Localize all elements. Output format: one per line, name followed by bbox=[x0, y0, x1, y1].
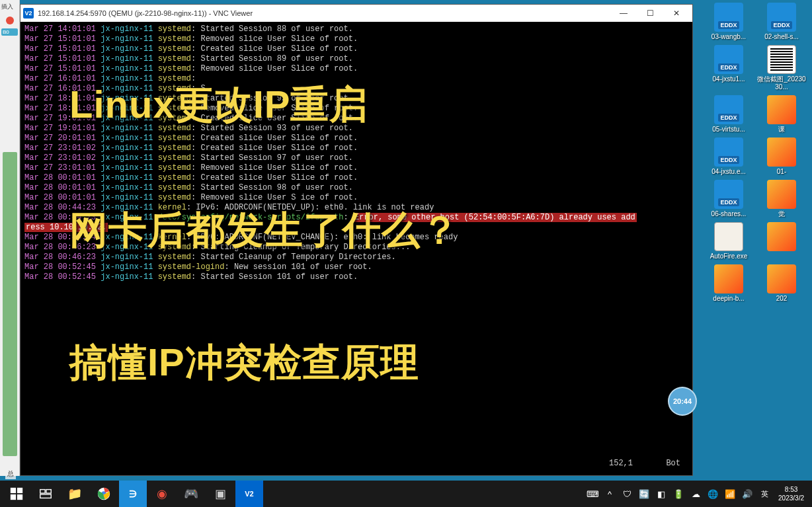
tray-sync-icon[interactable]: 🔄 bbox=[637, 481, 651, 507]
clock[interactable]: 8:53 2023/3/2 bbox=[774, 485, 808, 502]
log-line: Mar 28 00:01:01 jx-nginx-11 systemd: Rem… bbox=[24, 193, 688, 203]
icon-label: 202 bbox=[756, 295, 807, 303]
record-dot-icon bbox=[6, 17, 14, 24]
desktop-icon[interactable]: 02-shell-s... bbox=[756, 3, 807, 41]
vnc-app-button[interactable]: V2 bbox=[235, 481, 263, 507]
file-icon bbox=[767, 180, 796, 209]
log-line: Mar 27 23:01:02 jx-nginx-11 systemd: Sta… bbox=[24, 153, 688, 163]
duration-badge: 20:44 bbox=[668, 387, 697, 416]
log-line: Mar 27 15:01:01 jx-nginx-11 systemd: Sta… bbox=[24, 54, 688, 64]
log-line: Mar 27 15:01:01 jx-nginx-11 systemd: Rem… bbox=[24, 64, 688, 74]
bottom-left-text: 总 bbox=[5, 469, 16, 479]
chrome-button[interactable] bbox=[90, 481, 118, 507]
file-icon bbox=[714, 264, 743, 293]
icon-label: 02-shell-s... bbox=[756, 33, 807, 41]
desktop-icon[interactable]: 202 bbox=[756, 264, 807, 303]
log-line: Mar 27 15:01:01 jx-nginx-11 systemd: Rem… bbox=[24, 34, 688, 44]
desktop-icon[interactable]: 微信截图_2023030... bbox=[756, 45, 807, 91]
desktop-icon[interactable]: 04-jxstu.e... bbox=[704, 137, 754, 176]
edrawmax-button[interactable]: ∋ bbox=[119, 481, 147, 507]
tray-keyboard-icon[interactable]: ⌨ bbox=[585, 481, 600, 507]
file-icon bbox=[714, 95, 743, 124]
overlay-headline-1: Linux更改IP重启 bbox=[69, 79, 368, 131]
taskbar: 📁 ∋ ◉ 🎮 ▣ V2 ⌨ ^ 🛡 🔄 ◧ 🔋 ☁ 🌐 📶 🔊 英 8:53 … bbox=[0, 481, 812, 507]
file-icon bbox=[714, 137, 743, 167]
svg-rect-1 bbox=[17, 488, 22, 493]
svg-rect-5 bbox=[46, 490, 51, 494]
tray-globe-icon[interactable]: 🌐 bbox=[706, 481, 720, 507]
maximize-button[interactable]: ☐ bbox=[637, 5, 663, 22]
svg-rect-4 bbox=[40, 490, 45, 494]
tray-chevron-icon[interactable]: ^ bbox=[602, 481, 617, 507]
desktop-icon[interactable]: 觉 bbox=[756, 180, 807, 218]
svg-rect-3 bbox=[17, 494, 22, 500]
left-badge: B0 bbox=[1, 28, 18, 36]
file-icon bbox=[714, 3, 743, 32]
file-icon bbox=[767, 222, 796, 251]
left-panel: 插入 B0 bbox=[0, 0, 20, 476]
icon-label: 04-jxstu1... bbox=[704, 75, 754, 83]
app-game-button[interactable]: 🎮 bbox=[177, 481, 205, 507]
desktop-icon[interactable]: 06-shares... bbox=[704, 180, 754, 218]
desktop-icon[interactable]: 课 bbox=[756, 95, 807, 134]
app-red-button[interactable]: ◉ bbox=[148, 481, 176, 507]
log-line: Mar 28 00:52:45 jx-nginx-11 systemd: Sta… bbox=[24, 272, 688, 282]
explorer-button[interactable]: 📁 bbox=[61, 481, 89, 507]
icon-label: 觉 bbox=[756, 210, 807, 218]
vnc-app-icon: V2 bbox=[23, 8, 34, 19]
language-indicator[interactable]: 英 bbox=[757, 481, 772, 507]
svg-rect-6 bbox=[40, 494, 52, 498]
left-green-bar bbox=[3, 152, 17, 456]
icon-label: 05-virtstu... bbox=[704, 126, 754, 134]
log-line: Mar 28 00:52:45 jx-nginx-11 systemd-logi… bbox=[24, 262, 688, 272]
log-line: Mar 27 20:01:01 jx-nginx-11 systemd: Cre… bbox=[24, 134, 688, 143]
taskview-button[interactable] bbox=[32, 481, 60, 507]
log-line: Mar 27 23:01:02 jx-nginx-11 systemd: Cre… bbox=[24, 143, 688, 153]
desktop-icon[interactable]: 05-virtstu... bbox=[704, 95, 754, 134]
chrome-icon bbox=[97, 487, 111, 501]
log-line: Mar 27 14:01:01 jx-nginx-11 systemd: Sta… bbox=[24, 24, 688, 34]
file-icon bbox=[714, 180, 743, 209]
log-line: Mar 28 00:01:01 jx-nginx-11 systemd: Sta… bbox=[24, 183, 688, 193]
desktop-icons: 03-wangb...02-shell-s...04-jxstu1...微信截图… bbox=[702, 0, 812, 476]
window-title: 192.168.14.254:5970 (QEMU (jx-2210-98-ng… bbox=[38, 9, 610, 17]
desktop-icon[interactable]: 03-wangb... bbox=[704, 3, 754, 41]
desktop-icon[interactable] bbox=[756, 222, 807, 260]
icon-label: 课 bbox=[756, 126, 807, 134]
file-icon bbox=[767, 3, 796, 32]
start-button[interactable] bbox=[3, 481, 30, 507]
icon-label: 04-jxstu.e... bbox=[704, 168, 754, 176]
icon-label: AutoFire.exe bbox=[704, 253, 754, 260]
log-line: Mar 28 00:01:01 jx-nginx-11 systemd: Cre… bbox=[24, 173, 688, 183]
clock-time: 8:53 bbox=[778, 485, 804, 494]
file-icon bbox=[714, 222, 743, 251]
desktop-icon[interactable]: 01- bbox=[756, 137, 807, 176]
tray-volume-icon[interactable]: 🔊 bbox=[740, 481, 754, 507]
close-button[interactable]: ✕ bbox=[663, 5, 690, 22]
file-icon bbox=[767, 95, 796, 124]
file-icon bbox=[767, 137, 796, 167]
file-icon bbox=[767, 264, 796, 293]
tray-security-icon[interactable]: 🛡 bbox=[620, 481, 634, 507]
icon-label: 01- bbox=[756, 168, 807, 176]
icon-label: deepin-b... bbox=[704, 295, 754, 303]
icon-label: 06-shares... bbox=[704, 210, 754, 218]
desktop-icon[interactable]: 04-jxstu1... bbox=[704, 45, 754, 91]
terminal-bot: Bot bbox=[666, 459, 680, 469]
log-line: Mar 27 23:01:01 jx-nginx-11 systemd: Rem… bbox=[24, 163, 688, 173]
svg-rect-2 bbox=[11, 494, 16, 500]
tray-network-icon[interactable]: 📶 bbox=[723, 481, 737, 507]
tray-app-icon[interactable]: ◧ bbox=[654, 481, 669, 507]
terminal-app-button[interactable]: ▣ bbox=[206, 481, 234, 507]
icon-label: 微信截图_2023030... bbox=[756, 75, 807, 91]
svg-rect-0 bbox=[11, 488, 16, 493]
desktop-icon[interactable]: deepin-b... bbox=[704, 264, 754, 303]
log-line: Mar 27 15:01:01 jx-nginx-11 systemd: Cre… bbox=[24, 44, 688, 54]
desktop-icon[interactable]: AutoFire.exe bbox=[704, 222, 754, 260]
terminal-position: 152,1 bbox=[609, 459, 633, 469]
minimize-button[interactable]: — bbox=[610, 5, 637, 22]
tray-battery-icon[interactable]: 🔋 bbox=[671, 481, 686, 507]
tray-cloud-icon[interactable]: ☁ bbox=[688, 481, 703, 507]
windows-icon bbox=[9, 487, 24, 501]
taskview-icon bbox=[38, 487, 53, 501]
